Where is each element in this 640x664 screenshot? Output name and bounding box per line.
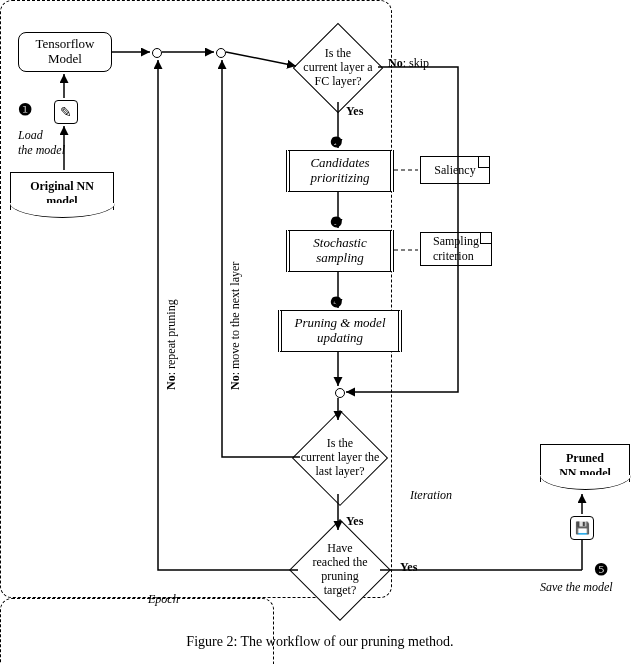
original-nn-text: Original NN model — [30, 179, 94, 208]
iteration-container — [0, 598, 274, 664]
saliency-text: Saliency — [434, 163, 475, 178]
no-repeat-label: No: repeat pruning — [164, 210, 179, 390]
connector-3 — [335, 388, 345, 398]
pruned-nn-doc: Pruned NN model — [540, 444, 630, 482]
candidates-proc: Candidates prioritizing — [286, 150, 394, 192]
sampling-crit-note: Sampling criterion — [420, 232, 492, 266]
iteration-label: Iteration — [410, 488, 452, 503]
sampling-crit-text: Sampling criterion — [433, 234, 479, 264]
connector-2 — [216, 48, 226, 58]
no-next-label: No: move to the next layer — [228, 190, 243, 390]
pruning-update-text: Pruning & model updating — [295, 316, 386, 346]
step-3-num: ❸ — [330, 214, 343, 231]
step-4-num: ❹ — [330, 294, 343, 311]
tensorflow-model-box: Tensorflow Model — [18, 32, 112, 72]
step-1-num: ❶ — [18, 100, 32, 119]
stochastic-proc: Stochastic sampling — [286, 230, 394, 272]
connector-1 — [152, 48, 162, 58]
save-model-label: Save the model — [540, 580, 613, 595]
save-icon: 💾 — [570, 516, 594, 540]
load-model-label: Load the model — [18, 128, 65, 158]
pruning-update-proc: Pruning & model updating — [278, 310, 402, 352]
tensorflow-model-text: Tensorflow Model — [35, 37, 94, 67]
yes3-label: Yes — [400, 560, 417, 575]
stochastic-text: Stochastic sampling — [313, 236, 366, 266]
step-5-num: ❺ — [594, 560, 608, 579]
pruned-nn-text: Pruned NN model — [559, 451, 611, 480]
load-icon: ✎ — [54, 100, 78, 124]
candidates-text: Candidates prioritizing — [310, 156, 369, 186]
original-nn-doc: Original NN model — [10, 172, 114, 210]
yes1-label: Yes — [346, 104, 363, 119]
epoch-label: Epoch — [148, 592, 179, 607]
no-skip-label: No: skip — [388, 56, 429, 71]
saliency-note: Saliency — [420, 156, 490, 184]
step-2-num: ❷ — [330, 134, 343, 151]
figure-caption: Figure 2: The workflow of our pruning me… — [0, 634, 640, 650]
